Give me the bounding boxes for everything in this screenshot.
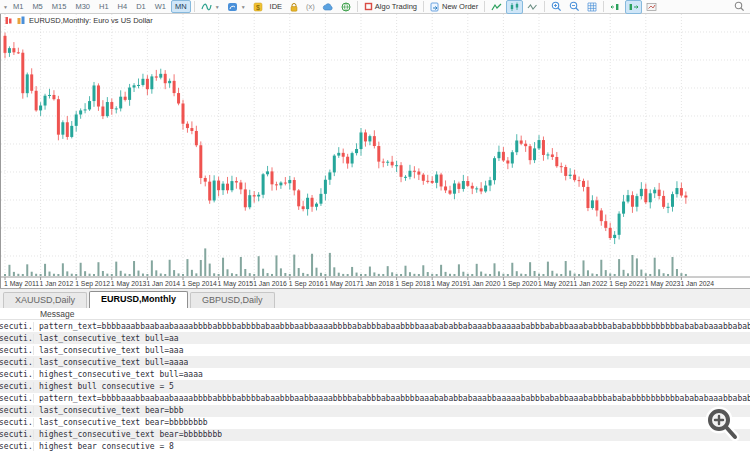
shift-left-button[interactable] — [607, 0, 624, 14]
volume-bar — [329, 253, 331, 276]
volume-bar — [409, 272, 411, 276]
log-row[interactable]: secuti..highest bear consecutive = 8 — [0, 441, 750, 453]
zoom-out-button[interactable] — [566, 0, 583, 14]
candle-body — [124, 97, 127, 100]
candle-body — [355, 149, 358, 153]
auto-scroll-button[interactable] — [643, 0, 660, 14]
log-header-row: Message — [0, 308, 750, 320]
volume-bar — [8, 265, 10, 276]
search-button[interactable] — [731, 0, 748, 14]
timeframe-button-MN[interactable]: MN — [171, 0, 191, 13]
volume-bar — [605, 270, 607, 276]
toolbar-separator — [544, 1, 545, 12]
volume-bar — [476, 264, 478, 276]
candle-body — [342, 153, 345, 157]
candle-body — [288, 180, 291, 183]
algo-trading-label: Algo Trading — [375, 2, 417, 11]
toolbar-overflow-caret[interactable]: ▼ — [3, 4, 8, 10]
algo-trading-button[interactable]: Algo Trading — [361, 0, 420, 14]
candle-body — [618, 214, 621, 235]
deposit-button[interactable]: $ — [250, 0, 266, 14]
crosshair-tool-button[interactable]: ▼ — [198, 0, 223, 14]
timeframe-button-M1[interactable]: M1 — [9, 0, 27, 13]
volume-bar — [583, 260, 585, 276]
log-row[interactable]: secuti..highest_consecutive_text bear=bb… — [0, 429, 750, 441]
candle-body — [275, 184, 278, 185]
chart-tab-xauusd-daily[interactable]: XAUUSD,Daily — [3, 292, 87, 308]
volume-bar — [667, 274, 669, 276]
candlestick-mode-button[interactable] — [506, 0, 523, 14]
volume-bar — [22, 274, 24, 276]
lock-button[interactable] — [286, 0, 302, 14]
grid-toggle-button[interactable] — [584, 0, 600, 14]
candle-shift-left-icon — [610, 2, 621, 12]
candle-body — [262, 174, 265, 194]
candle-body — [315, 204, 318, 207]
volume-bar — [676, 269, 678, 276]
log-row[interactable]: secuti..pattern_text=bbbbaaabbaabaabaaaa… — [0, 320, 750, 332]
timeframe-button-M5[interactable]: M5 — [28, 0, 46, 13]
volume-bar — [235, 274, 237, 276]
log-message-cell: last_consecutive_text bull=aa — [34, 334, 179, 343]
candle-body — [128, 88, 131, 100]
timeframe-button-D1[interactable]: D1 — [132, 0, 150, 13]
volume-bar — [49, 272, 51, 276]
volume-bar — [436, 274, 438, 276]
volume-bar — [534, 271, 536, 276]
log-message-column-header[interactable]: Message — [36, 309, 75, 319]
time-axis-label: 1 May 2023 — [645, 280, 681, 288]
time-axis-label: 1 Jan 2016 — [253, 280, 287, 287]
volume-bar — [645, 273, 647, 276]
log-row[interactable]: secuti..last_consecutive_text bull=aa — [0, 332, 750, 344]
candle-body — [306, 198, 309, 209]
log-row[interactable]: secuti..last_consecutive_text bull=aaa — [0, 344, 750, 356]
candle-body — [382, 162, 385, 163]
timeframe-button-M30[interactable]: M30 — [71, 0, 94, 13]
indicators-button[interactable]: ▼ — [224, 0, 249, 14]
chart-tab-eurusd-monthly[interactable]: EURUSD,Monthly — [89, 291, 188, 308]
debug-button[interactable]: (x) — [303, 0, 318, 14]
line-chart-mode-button[interactable] — [524, 0, 541, 14]
new-order-button[interactable]: New Order — [427, 0, 481, 14]
log-row[interactable]: secuti..highest bull consecutive = 5 — [0, 380, 750, 392]
timeframe-button-M15[interactable]: M15 — [48, 0, 71, 13]
candle-body — [324, 180, 327, 194]
candle-body — [684, 196, 687, 198]
candle-body — [462, 181, 465, 189]
dollar-icon: $ — [253, 2, 263, 12]
candle-body — [222, 184, 225, 191]
volume-bar — [672, 257, 674, 276]
chart-tab-gbpusd-daily[interactable]: GBPUSD,Daily — [190, 292, 275, 308]
top-toolbar: ▼ M1M5M15M30H1H4D1W1MN ▼ ▼ $ IDE (x) — [0, 0, 750, 14]
volume-bar — [311, 254, 313, 276]
log-source-cell: secuti.. — [0, 442, 34, 451]
log-row[interactable]: secuti..pattern_text=bbbbaaabbaabaabaaaa… — [0, 393, 750, 405]
candle-body — [190, 128, 193, 131]
candle-body — [101, 107, 104, 117]
log-row[interactable]: secuti..highest_consecutive_text bull=aa… — [0, 368, 750, 380]
timeframe-button-H4[interactable]: H4 — [114, 0, 132, 13]
log-row[interactable]: secuti..last_consecutive_text bear=bbb — [0, 405, 750, 417]
ide-button[interactable]: IDE — [267, 0, 286, 14]
candle-body — [137, 85, 140, 86]
shift-end-button[interactable] — [625, 0, 642, 14]
timeframe-button-H1[interactable]: H1 — [95, 0, 113, 13]
volume-bar — [556, 274, 558, 276]
candle-body — [377, 146, 380, 162]
price-chart[interactable]: 1 May 20111 Jan 20121 Sep 20121 May 2013… — [1, 14, 750, 288]
candle-body — [150, 76, 153, 89]
bar-chart-mode-button[interactable] — [488, 0, 505, 14]
volume-bar — [13, 272, 15, 276]
wave-line-icon — [201, 2, 212, 12]
community-button[interactable] — [338, 0, 354, 14]
candle-body — [413, 171, 416, 172]
timeframe-button-W1[interactable]: W1 — [151, 0, 170, 13]
candle-body — [195, 131, 198, 145]
cloud-button[interactable] — [319, 0, 337, 14]
log-row[interactable]: secuti..last_consecutive_text bear=bbbbb… — [0, 417, 750, 429]
zoom-cursor-overlay — [702, 404, 744, 448]
log-row[interactable]: secuti..last_consecutive_text bull=aaaa — [0, 356, 750, 368]
candle-body — [360, 132, 363, 149]
zoom-in-button[interactable] — [548, 0, 565, 14]
volume-bar — [453, 274, 455, 276]
